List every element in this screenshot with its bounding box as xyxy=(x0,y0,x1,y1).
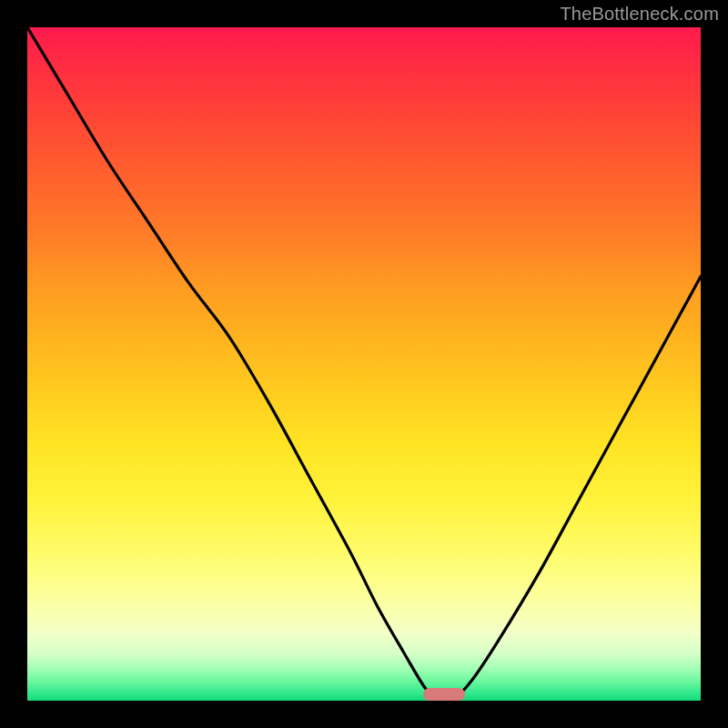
bottleneck-curve xyxy=(27,27,701,701)
chart-frame: TheBottleneck.com xyxy=(0,0,728,728)
plot-area xyxy=(27,27,701,701)
optimal-marker xyxy=(423,688,465,701)
watermark-text: TheBottleneck.com xyxy=(560,4,719,25)
